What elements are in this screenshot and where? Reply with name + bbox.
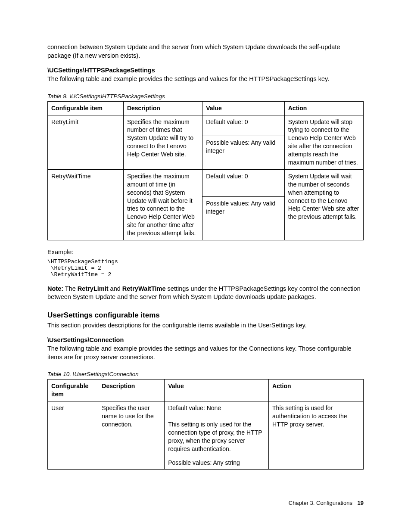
- th-item: Configurable item: [48, 380, 98, 401]
- th-desc: Description: [98, 380, 165, 401]
- table9: Configurable item Description Value Acti…: [47, 101, 364, 240]
- footer-page-number: 19: [358, 500, 364, 506]
- table-row: User Specifies the user name to use for …: [48, 401, 364, 456]
- note-retrywaittime: RetryWaitTime: [122, 285, 166, 292]
- ucsettings-heading: \UCSettings\HTTPSPackageSettings: [47, 67, 364, 74]
- th-value: Value: [165, 380, 269, 401]
- cell-item: RetryLimit: [48, 115, 124, 169]
- note-text: and: [109, 285, 122, 292]
- cell-item: RetryWaitTime: [48, 169, 124, 240]
- note-text: The: [63, 285, 78, 292]
- page-footer: Chapter 3. Configurations 19: [289, 500, 364, 506]
- cell-action: System Update will stop trying to connec…: [284, 115, 363, 169]
- cell-value-default: Default value: 0: [202, 115, 285, 136]
- cell-action: This setting is used for authentication …: [269, 401, 364, 470]
- usersettings-heading: UserSettings configurable items: [47, 311, 364, 320]
- cell-desc: Specifies the maximum number of times th…: [123, 115, 202, 169]
- cell-value-possible: Possible values: Any valid integer: [202, 197, 285, 240]
- table-row: RetryWaitTime Specifies the maximum amou…: [48, 169, 364, 196]
- th-action: Action: [284, 101, 363, 115]
- table-header-row: Configurable item Description Value Acti…: [48, 101, 364, 115]
- ucsettings-desc: The following table and example provides…: [47, 75, 364, 84]
- th-desc: Description: [123, 101, 202, 115]
- intro-paragraph: connection between System Update and the…: [47, 43, 364, 60]
- code-block: \HTTPSPackageSettings \RetryLimit = 2 \R…: [47, 258, 364, 278]
- cell-value-default: Default value: None This setting is only…: [165, 401, 269, 456]
- th-item: Configurable item: [48, 101, 124, 115]
- cell-value-possible: Possible values: Any valid integer: [202, 136, 285, 170]
- footer-chapter: Chapter 3. Configurations: [289, 500, 352, 506]
- page: connection between System Update and the…: [0, 0, 411, 532]
- cell-value-default: Default value: 0: [202, 169, 285, 196]
- cell-desc: Specifies the maximum amount of time (in…: [123, 169, 202, 240]
- usersettings-desc: This section provides descriptions for t…: [47, 321, 364, 330]
- th-value: Value: [202, 101, 285, 115]
- usersettings-connection-heading: \UserSettings\Connection: [47, 336, 364, 343]
- table-header-row: Configurable item Description Value Acti…: [48, 380, 364, 401]
- usersettings-connection-desc: The following table and example provides…: [47, 345, 364, 361]
- table10-caption: Table 10. \UserSettings\Connection: [47, 371, 364, 377]
- note-paragraph: Note: The RetryLimit and RetryWaitTime s…: [47, 285, 364, 302]
- cell-desc: Specifies the user name to use for the c…: [98, 401, 165, 470]
- cell-action: System Update will wait the number of se…: [284, 169, 363, 240]
- note-retrylimit: RetryLimit: [78, 285, 109, 292]
- table9-caption: Table 9. \UCSettings\HTTPSPackageSetting…: [47, 93, 364, 100]
- example-label: Example:: [47, 248, 364, 257]
- th-action: Action: [269, 380, 364, 401]
- cell-item: User: [48, 401, 98, 470]
- cell-value-possible: Possible values: Any string: [165, 456, 269, 470]
- table10: Configurable item Description Value Acti…: [47, 379, 364, 470]
- table-row: RetryLimit Specifies the maximum number …: [48, 115, 364, 136]
- note-prefix: Note:: [47, 285, 63, 292]
